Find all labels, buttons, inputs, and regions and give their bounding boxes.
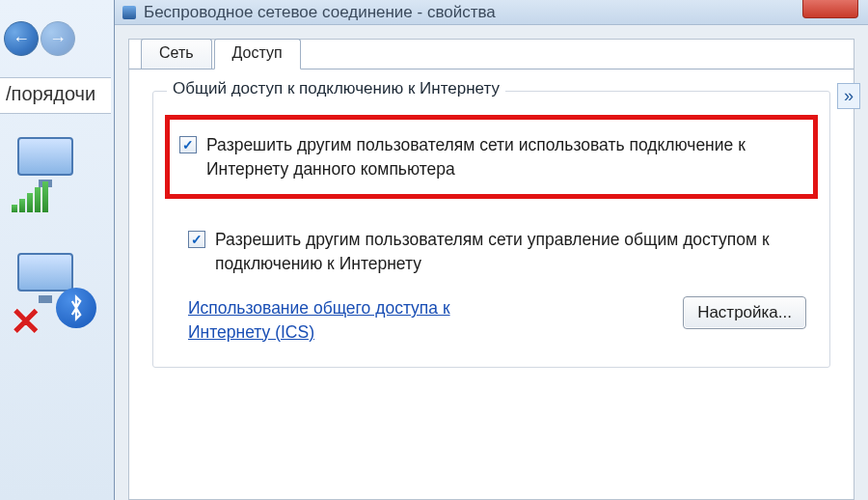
connection-icons-panel: ✕ bbox=[10, 135, 111, 355]
settings-button[interactable]: Настройка... bbox=[683, 296, 806, 329]
allow-control-label: Разрешить другим пользователям сети упра… bbox=[215, 228, 810, 275]
close-button[interactable] bbox=[802, 0, 858, 18]
allow-control-row: ✓ Разрешить другим пользователям сети уп… bbox=[188, 228, 810, 275]
ics-groupbox: Общий доступ к подключению к Интернету ✓… bbox=[152, 91, 830, 368]
tab-network[interactable]: Сеть bbox=[141, 39, 212, 69]
tab-access[interactable]: Доступ bbox=[214, 39, 301, 69]
tab-page-access: Общий доступ к подключению к Интернету ✓… bbox=[129, 69, 854, 499]
nav-buttons: ← → bbox=[4, 21, 75, 56]
allow-sharing-label: Разрешить другим пользователям сети испо… bbox=[206, 133, 803, 181]
back-arrow-icon[interactable]: ← bbox=[4, 21, 39, 56]
chevrons-right-icon[interactable]: » bbox=[837, 83, 860, 109]
titlebar[interactable]: Беспроводное сетевое соединение - свойст… bbox=[115, 0, 868, 25]
properties-dialog: Беспроводное сетевое соединение - свойст… bbox=[114, 0, 868, 500]
wifi-signal-icon bbox=[12, 181, 48, 212]
bluetooth-icon bbox=[56, 288, 96, 328]
monitor-icon bbox=[17, 253, 73, 292]
allow-sharing-row: ✓ Разрешить другим пользователям сети ис… bbox=[165, 115, 818, 199]
allow-control-checkbox[interactable]: ✓ bbox=[188, 231, 205, 248]
monitor-icon bbox=[17, 137, 73, 176]
window-title: Беспроводное сетевое соединение - свойст… bbox=[144, 3, 496, 22]
window-icon bbox=[122, 6, 136, 19]
wireless-connection-item[interactable] bbox=[10, 135, 96, 212]
disconnected-x-icon: ✕ bbox=[10, 299, 42, 344]
group-legend: Общий доступ к подключению к Интернету bbox=[167, 79, 505, 98]
bluetooth-connection-item[interactable]: ✕ bbox=[10, 251, 96, 328]
dialog-client-area: Сеть Доступ Общий доступ к подключению к… bbox=[128, 39, 854, 500]
ics-help-link[interactable]: Использование общего доступа к Интернету… bbox=[188, 296, 535, 344]
forward-arrow-icon[interactable]: → bbox=[41, 21, 75, 56]
group-bottom-row: Использование общего доступа к Интернету… bbox=[188, 296, 806, 344]
allow-sharing-checkbox[interactable]: ✓ bbox=[179, 136, 197, 153]
address-bar-fragment[interactable]: /порядочи bbox=[0, 77, 111, 114]
tab-strip: Сеть Доступ bbox=[141, 38, 303, 69]
